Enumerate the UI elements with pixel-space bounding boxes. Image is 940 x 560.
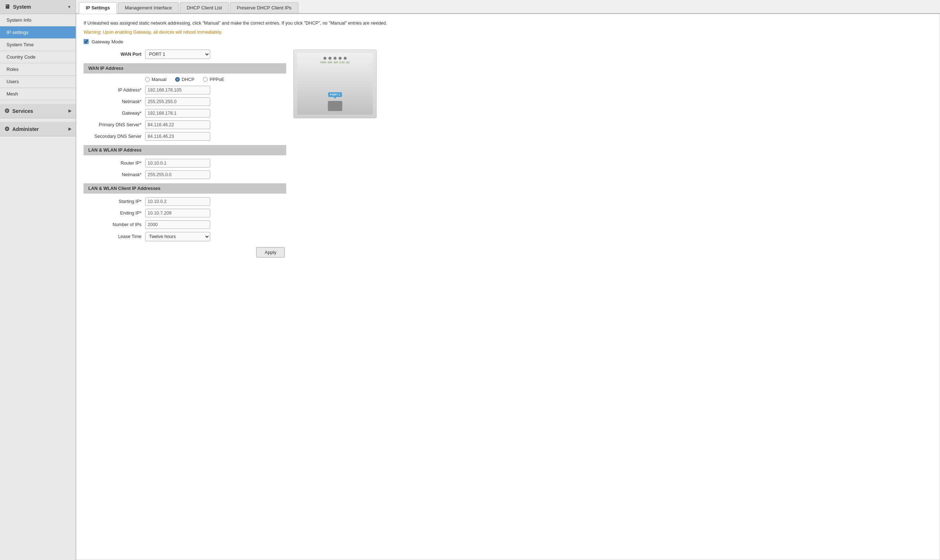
tab-dhcp-client-list[interactable]: DHCP Client List bbox=[180, 2, 229, 13]
system-arrow: ▼ bbox=[67, 5, 71, 9]
num-ips-input[interactable] bbox=[145, 220, 210, 229]
wan-port-label: WAN Port bbox=[83, 52, 145, 57]
services-icon: ⚙ bbox=[5, 108, 9, 114]
monitor-icon: 🖥 bbox=[5, 4, 10, 10]
lan-client-section-block: LAN & WLAN Client IP Addresses Starting … bbox=[83, 183, 286, 241]
gateway-mode-row: Gateway Mode bbox=[83, 39, 932, 45]
system-header-label: System bbox=[13, 4, 31, 10]
primary-dns-row: Primary DNS Server* bbox=[83, 120, 286, 129]
netmask-row: Netmask* bbox=[83, 97, 286, 106]
lan-wlan-section-header: LAN & WLAN IP Address bbox=[83, 145, 286, 155]
form-column: WAN Port PORT 1 WAN IP Address Manual bbox=[83, 49, 286, 258]
router-ip-input[interactable] bbox=[145, 159, 210, 168]
wan-ip-section-header: WAN IP Address bbox=[83, 63, 286, 74]
sidebar-system-header[interactable]: 🖥 System ▼ bbox=[0, 0, 75, 14]
gateway-label: Gateway* bbox=[83, 111, 145, 116]
netmask-input[interactable] bbox=[145, 97, 210, 106]
led-5g bbox=[344, 57, 347, 60]
sidebar-item-system-time[interactable]: System Time bbox=[0, 39, 75, 51]
router-ip-label: Router IP* bbox=[83, 161, 145, 166]
radio-dhcp[interactable]: DHCP bbox=[175, 77, 194, 82]
radio-pppoe[interactable]: PPPoE bbox=[203, 77, 224, 82]
router-ip-row: Router IP* bbox=[83, 159, 286, 168]
radio-manual-input[interactable] bbox=[145, 77, 150, 82]
secondary-dns-label: Secondary DNS Server bbox=[83, 134, 145, 139]
gateway-mode-checkbox[interactable] bbox=[83, 39, 89, 44]
ip-address-label: IP Address* bbox=[83, 88, 145, 92]
device-image-column: PWR DIR AIR 2.4G 5G PORT 1 bbox=[294, 49, 380, 118]
apply-button[interactable]: Apply bbox=[256, 247, 285, 258]
wan-port-select[interactable]: PORT 1 bbox=[145, 49, 210, 59]
primary-dns-label: Primary DNS Server* bbox=[83, 122, 145, 127]
lan-wlan-section-block: LAN & WLAN IP Address Router IP* Netmask… bbox=[83, 145, 286, 179]
port-connector: PORT 1 bbox=[328, 101, 342, 111]
secondary-dns-row: Secondary DNS Server bbox=[83, 132, 286, 141]
netmask-label: Netmask* bbox=[83, 99, 145, 104]
main-content: IP Settings Management Interface DHCP Cl… bbox=[76, 0, 940, 560]
secondary-dns-input[interactable] bbox=[145, 132, 210, 141]
led-24g bbox=[338, 57, 342, 60]
gateway-mode-label[interactable]: Gateway Mode bbox=[92, 39, 123, 45]
sidebar-item-mesh[interactable]: Mesh bbox=[0, 88, 75, 100]
wan-ip-section-block: WAN IP Address Manual DHCP bbox=[83, 63, 286, 141]
lan-client-section-header: LAN & WLAN Client IP Addresses bbox=[83, 183, 286, 194]
radio-group: Manual DHCP PPPoE bbox=[83, 77, 286, 82]
led-pwr bbox=[323, 57, 326, 60]
starting-ip-label: Starting IP* bbox=[83, 199, 145, 204]
lease-time-row: Lease Time Twelve hours One hour Four ho… bbox=[83, 232, 286, 241]
sidebar-item-country-code[interactable]: Country Code bbox=[0, 51, 75, 63]
lease-time-select[interactable]: Twelve hours One hour Four hours One day… bbox=[145, 232, 210, 241]
sidebar: 🖥 System ▼ System Info IP settings Syste… bbox=[0, 0, 76, 560]
radio-manual[interactable]: Manual bbox=[145, 77, 166, 82]
sidebar-item-users[interactable]: Users bbox=[0, 75, 75, 88]
gateway-row: Gateway* bbox=[83, 109, 286, 118]
services-header-label: Services bbox=[12, 108, 33, 114]
ending-ip-label: Ending IP* bbox=[83, 211, 145, 215]
sidebar-item-ip-settings[interactable]: IP settings bbox=[0, 26, 75, 39]
ip-address-input[interactable] bbox=[145, 86, 210, 94]
lan-netmask-row: Netmask* bbox=[83, 171, 286, 179]
device-body: PWR DIR AIR 2.4G 5G PORT 1 bbox=[297, 53, 373, 115]
content-area: If Unleashed was assigned static network… bbox=[76, 14, 940, 560]
lan-netmask-label: Netmask* bbox=[83, 172, 145, 177]
gateway-input[interactable] bbox=[145, 109, 210, 118]
device-port-area: PORT 1 bbox=[328, 101, 342, 111]
primary-dns-input[interactable] bbox=[145, 120, 210, 129]
ip-address-row: IP Address* bbox=[83, 86, 286, 94]
apply-row: Apply bbox=[83, 247, 286, 258]
administer-header-label: Administer bbox=[12, 126, 39, 132]
radio-dhcp-input[interactable] bbox=[175, 77, 180, 82]
starting-ip-row: Starting IP* bbox=[83, 197, 286, 206]
sidebar-item-roles[interactable]: Roles bbox=[0, 63, 75, 75]
sidebar-item-system-info[interactable]: System Info bbox=[0, 14, 75, 26]
tab-ip-settings[interactable]: IP Settings bbox=[79, 2, 117, 14]
two-col-layout: WAN Port PORT 1 WAN IP Address Manual bbox=[83, 49, 932, 258]
device-image: PWR DIR AIR 2.4G 5G PORT 1 bbox=[294, 49, 377, 118]
services-arrow: ▶ bbox=[68, 109, 71, 113]
lease-time-label: Lease Time bbox=[83, 234, 145, 239]
num-ips-label: Number of IPs bbox=[83, 222, 145, 227]
lan-netmask-input[interactable] bbox=[145, 171, 210, 179]
device-led-labels: PWR DIR AIR 2.4G 5G bbox=[321, 61, 350, 64]
radio-pppoe-input[interactable] bbox=[203, 77, 208, 82]
device-led-row bbox=[323, 57, 347, 60]
administer-arrow: ▶ bbox=[68, 127, 71, 131]
administer-icon: ⚙ bbox=[5, 126, 9, 132]
sidebar-services-header[interactable]: ⚙ Services ▶ bbox=[0, 104, 75, 118]
led-air bbox=[334, 57, 337, 60]
led-dir bbox=[329, 57, 331, 60]
tab-bar: IP Settings Management Interface DHCP Cl… bbox=[76, 0, 940, 14]
num-ips-row: Number of IPs bbox=[83, 220, 286, 229]
info-text: If Unleashed was assigned static network… bbox=[83, 20, 932, 27]
sidebar-administer-header[interactable]: ⚙ Administer ▶ bbox=[0, 122, 75, 136]
wan-port-row: WAN Port PORT 1 bbox=[83, 49, 286, 59]
starting-ip-input[interactable] bbox=[145, 197, 210, 206]
tab-management-interface[interactable]: Management Interface bbox=[118, 2, 179, 13]
ending-ip-input[interactable] bbox=[145, 209, 210, 217]
ending-ip-row: Ending IP* bbox=[83, 209, 286, 217]
tab-preserve-dhcp[interactable]: Preserve DHCP Client IPs bbox=[230, 2, 298, 13]
warning-text: Warning: Upon enabling Gateway, all devi… bbox=[83, 30, 932, 35]
port-label-bubble: PORT 1 bbox=[328, 92, 342, 97]
